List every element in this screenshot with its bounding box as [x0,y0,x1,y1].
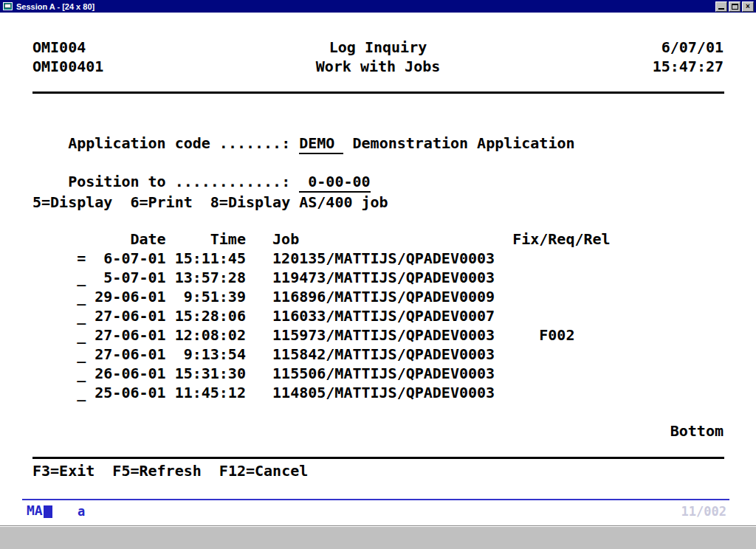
application-code-field[interactable]: DEMO [299,134,343,154]
screen-subtitle: Work with Jobs [0,58,756,75]
minimize-button[interactable] [715,1,727,12]
screen-title: Log Inquiry [0,38,756,56]
application-code-label: Application code .......: [68,134,299,152]
screen-date: 6/07/01 [662,38,724,56]
window-bottom-border [0,525,756,549]
separator-top [32,92,724,94]
close-button[interactable]: × [742,1,754,12]
oia-separator [22,499,729,500]
separator-bottom [32,457,724,459]
application-code-description: Demonstration Application [343,134,574,152]
job-date: 25-06-01 [94,384,165,401]
oia-status-text: MA [27,503,43,518]
option-field[interactable]: _ [77,384,86,401]
job-time: 11:45:12 [175,384,246,401]
text-cursor [44,505,52,518]
bottom-indicator: Bottom [670,422,724,440]
job-fix: F002 [539,326,574,344]
session-icon[interactable] [3,2,13,10]
table-row: _25-06-0111:45:12114805/MATTIJS/QPADEV00… [32,366,539,419]
minimize-icon [718,8,724,10]
maximize-button[interactable] [729,1,740,12]
function-keys: F3=Exit F5=Refresh F12=Cancel [32,462,308,480]
position-to-field[interactable]: 0-00-00 [299,173,370,193]
job-name: 114805/MATTIJS/QPADEV0003 [272,384,495,401]
oia-cursor-position: 11/002 [681,504,726,519]
window-title: Session A - [24 x 80] [16,2,94,11]
window-titlebar[interactable]: Session A - [24 x 80] × [0,0,756,13]
terminal-screen: OMI004 Log Inquiry 6/07/01 OMI00401 Work… [0,13,756,525]
close-icon: × [746,2,750,10]
screen-time: 15:47:27 [653,58,724,75]
options-legend: 5=Display 6=Print 8=Display AS/400 job [32,193,388,211]
maximize-icon [732,4,738,10]
oia-status: MA [27,503,52,518]
window-controls: × [715,1,754,12]
oia-session-letter: a [78,504,85,519]
position-to-label: Position to ............: [68,173,299,190]
